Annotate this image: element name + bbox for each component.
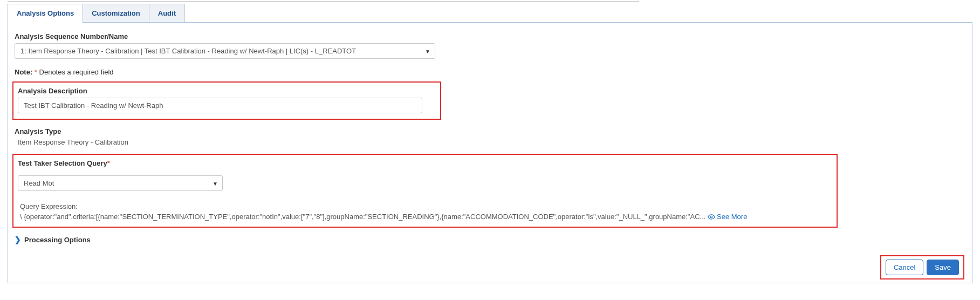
svg-point-0 <box>710 216 712 218</box>
value-analysis-type: Item Response Theory - Calibration <box>15 138 962 146</box>
field-group-analysis-type: Analysis Type Item Response Theory - Cal… <box>12 127 962 146</box>
highlight-footer-buttons: Cancel Save <box>880 255 964 279</box>
tab-panel: Analysis Sequence Number/Name 1: Item Re… <box>8 22 972 283</box>
field-group-sequence: Analysis Sequence Number/Name 1: Item Re… <box>12 32 962 60</box>
prior-panel-bottom-edge <box>8 0 639 2</box>
link-see-more[interactable]: See More <box>708 213 747 221</box>
label-analysis-type: Analysis Type <box>15 127 962 135</box>
processing-options-title: Processing Options <box>24 236 91 244</box>
toggle-processing-options[interactable]: ❯ Processing Options <box>12 235 962 244</box>
cancel-button[interactable]: Cancel <box>886 260 923 275</box>
highlight-analysis-description: Analysis Description <box>12 81 441 120</box>
select-query[interactable]: Read Mot ▼ <box>18 175 223 191</box>
tab-customization[interactable]: Customization <box>83 4 149 23</box>
select-sequence[interactable]: 1: Item Response Theory - Calibration | … <box>15 43 435 59</box>
see-more-text: See More <box>717 213 747 221</box>
label-query-text: Test Taker Selection Query <box>18 159 107 167</box>
save-button[interactable]: Save <box>927 260 959 275</box>
required-asterisk: * <box>35 68 37 76</box>
note-prefix: Note: <box>15 68 32 76</box>
label-sequence: Analysis Sequence Number/Name <box>15 32 962 40</box>
label-query: Test Taker Selection Query* <box>18 159 832 167</box>
tab-analysis-options[interactable]: Analysis Options <box>8 4 83 23</box>
select-sequence-value: 1: Item Response Theory - Calibration | … <box>15 43 435 59</box>
select-query-value: Read Mot <box>18 175 223 191</box>
query-expression-value: \ {operator:"and",criteria:[{name:"SECTI… <box>20 213 705 221</box>
required-asterisk: * <box>107 159 110 167</box>
input-description[interactable] <box>18 98 422 113</box>
panel-scroll-body[interactable]: Analysis Sequence Number/Name 1: Item Re… <box>8 23 972 252</box>
note-suffix: Denotes a required field <box>39 68 114 76</box>
tab-audit[interactable]: Audit <box>149 4 185 23</box>
tab-bar: Analysis Options Customization Audit <box>8 4 980 23</box>
label-query-expression: Query Expression: <box>18 202 832 210</box>
note-required: Note: * Denotes a required field <box>12 68 962 76</box>
label-description: Analysis Description <box>18 87 436 95</box>
chevron-right-icon: ❯ <box>15 235 21 244</box>
eye-icon <box>708 213 715 221</box>
panel-footer: Cancel Save <box>8 252 972 283</box>
query-expression-text: \ {operator:"and",criteria:[{name:"SECTI… <box>18 213 832 221</box>
highlight-test-taker-query: Test Taker Selection Query* Read Mot ▼ Q… <box>12 154 838 228</box>
